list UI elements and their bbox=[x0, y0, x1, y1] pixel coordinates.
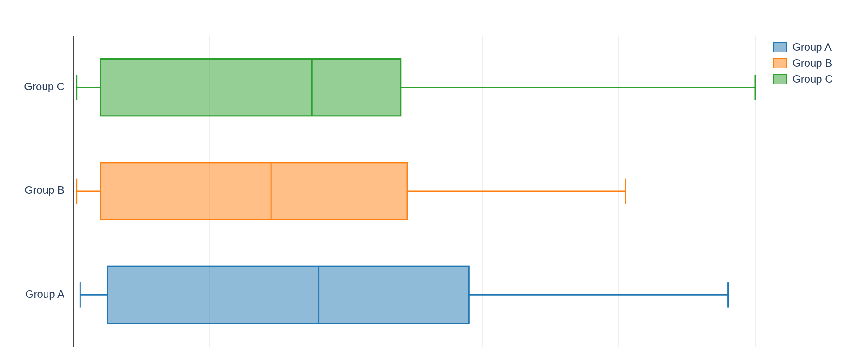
y-tick-label: Group A bbox=[25, 288, 64, 300]
legend-item-group-c[interactable]: Group C bbox=[773, 71, 833, 87]
legend-item-group-a[interactable]: Group A bbox=[773, 39, 833, 55]
legend-swatch-a bbox=[773, 42, 787, 52]
legend-label-a: Group A bbox=[792, 41, 832, 53]
y-tick-label: Group B bbox=[25, 184, 64, 196]
svg-rect-10 bbox=[100, 163, 407, 220]
svg-rect-4 bbox=[108, 266, 469, 323]
plot-svg: Group AGroup BGroup C bbox=[0, 0, 868, 352]
legend-item-group-b[interactable]: Group B bbox=[773, 55, 833, 71]
legend-label-c: Group C bbox=[792, 73, 833, 85]
boxplot-chart: Group AGroup BGroup C Group A Group B Gr… bbox=[0, 0, 868, 352]
legend-swatch-b bbox=[773, 58, 787, 68]
legend-swatch-c bbox=[773, 74, 787, 84]
box-group-b[interactable] bbox=[77, 163, 626, 220]
y-tick-label: Group C bbox=[24, 80, 64, 92]
legend-label-b: Group B bbox=[792, 57, 832, 69]
box-group-c[interactable] bbox=[77, 59, 755, 116]
svg-rect-16 bbox=[100, 59, 400, 116]
box-group-a[interactable] bbox=[80, 266, 728, 323]
legend: Group A Group B Group C bbox=[773, 39, 833, 87]
